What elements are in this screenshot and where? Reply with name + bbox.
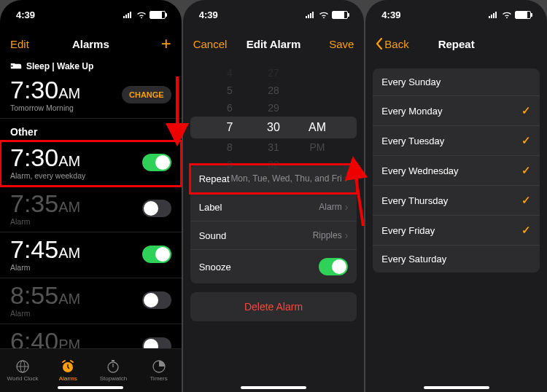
chevron-right-icon: ›: [345, 230, 349, 241]
status-time: 4:39: [199, 9, 218, 20]
alarm-row[interactable]: 7:45AM Alarm: [0, 232, 182, 278]
label-cell[interactable]: Label Alarm›: [190, 193, 357, 222]
status-time: 4:39: [381, 9, 400, 20]
alarm-row[interactable]: 7:35AM Alarm: [0, 187, 182, 232]
svg-rect-13: [308, 15, 309, 18]
save-button[interactable]: Save: [300, 38, 354, 50]
alarm-time: 8:55: [10, 281, 58, 309]
sleep-header-label: Sleep | Wake Up: [26, 61, 93, 71]
home-indicator[interactable]: [58, 386, 123, 389]
day-cell[interactable]: Every Friday✓: [373, 216, 540, 246]
sleep-alarm-row[interactable]: 7:30AM Tomorrow Morning CHANGE: [0, 73, 182, 119]
battery-icon: [332, 11, 348, 19]
day-cell[interactable]: Every Saturday: [373, 246, 540, 273]
nav-bar: Cancel Edit Alarm Save: [183, 29, 365, 58]
settings-group: Repeat Mon, Tue, Wed, Thu, and Fri› Labe…: [190, 165, 357, 283]
alarm-time: 7:45: [10, 235, 58, 263]
tab-label: Timers: [150, 375, 168, 382]
tab-world-clock[interactable]: World Clock: [0, 349, 45, 392]
sleep-ampm: AM: [58, 85, 80, 101]
edit-button[interactable]: Edit: [10, 38, 72, 50]
status-bar: 4:39: [365, 0, 547, 29]
snooze-cell: Snooze: [190, 250, 357, 283]
alarm-ampm: PM: [58, 337, 80, 348]
alarm-subtitle: Alarm: [10, 217, 80, 226]
change-button[interactable]: CHANGE: [122, 86, 171, 103]
day-cell[interactable]: Every Monday✓: [373, 96, 540, 126]
alarm-row[interactable]: 8:55AM Alarm: [0, 278, 182, 324]
snooze-toggle[interactable]: [319, 258, 348, 275]
svg-rect-3: [130, 12, 131, 18]
alarm-row[interactable]: 7:30AM Alarm, every weekday: [0, 141, 182, 187]
timer-icon: [152, 359, 166, 374]
sound-cell[interactable]: Sound Ripples›: [190, 222, 357, 250]
alarm-time: 7:30: [10, 144, 58, 171]
delete-alarm-button[interactable]: Delete Alarm: [190, 292, 357, 321]
tab-label: Alarms: [59, 375, 77, 382]
day-label: Every Thursday: [381, 195, 448, 206]
day-cell[interactable]: Every Sunday: [373, 68, 540, 96]
alarm-toggle[interactable]: [142, 337, 171, 348]
status-bar: 4:39: [0, 0, 182, 29]
day-cell[interactable]: Every Thursday✓: [373, 186, 540, 216]
day-cell[interactable]: Every Wednesday✓: [373, 156, 540, 186]
alarm-toggle[interactable]: [142, 246, 171, 263]
check-icon: ✓: [521, 194, 531, 207]
tab-label: Stopwatch: [100, 375, 127, 382]
cell-label: Snooze: [199, 262, 231, 273]
tab-bar: World Clock Alarms Stopwatch Timers: [0, 348, 182, 392]
alarm-icon: [61, 359, 75, 374]
signal-icon: [123, 11, 133, 18]
sound-value: Ripples: [313, 230, 342, 240]
screen-edit-alarm: 4:39 Cancel Edit Alarm Save 427 528 629 …: [183, 0, 365, 392]
check-icon: ✓: [521, 164, 531, 177]
svg-rect-12: [306, 16, 307, 18]
picker-selected-row: 730AM: [190, 117, 357, 138]
day-label: Every Tuesday: [381, 136, 444, 146]
battery-icon: [515, 11, 531, 19]
tab-timers[interactable]: Timers: [136, 349, 182, 392]
screen-alarms-list: 4:39 Edit Alarms + Sleep | Wake Up 7:30A…: [0, 0, 182, 392]
page-title: Edit Alarm: [247, 38, 300, 50]
svg-rect-19: [495, 12, 497, 18]
signal-icon: [489, 11, 499, 18]
tab-label: World Clock: [7, 375, 39, 382]
wifi-icon: [136, 11, 147, 18]
battery-icon: [150, 11, 166, 19]
time-picker[interactable]: 427 528 629 730AM 831PM 932: [183, 64, 365, 159]
sleep-time: 7:30: [10, 76, 58, 103]
alarm-row[interactable]: 6:40PM Milk, every day: [0, 324, 182, 348]
day-label: Every Monday: [381, 106, 442, 117]
back-button[interactable]: Back: [376, 38, 438, 50]
status-indicators: [123, 11, 166, 19]
alarm-toggle[interactable]: [142, 154, 171, 171]
status-time: 4:39: [16, 9, 35, 20]
home-indicator[interactable]: [241, 386, 306, 389]
svg-rect-9: [112, 360, 115, 361]
wifi-icon: [319, 11, 329, 18]
stopwatch-icon: [106, 359, 120, 374]
plus-icon: +: [161, 34, 171, 53]
chevron-right-icon: ›: [345, 201, 349, 213]
alarm-toggle[interactable]: [142, 200, 171, 217]
svg-rect-1: [125, 15, 127, 18]
status-bar: 4:39: [183, 0, 365, 29]
day-label: Every Saturday: [381, 254, 446, 264]
add-alarm-button[interactable]: +: [109, 35, 171, 52]
status-indicators: [306, 11, 348, 19]
alarm-toggle[interactable]: [142, 291, 171, 309]
alarm-ampm: AM: [58, 199, 80, 215]
check-icon: ✓: [521, 224, 531, 237]
globe-icon: [15, 359, 30, 374]
nav-bar: Edit Alarms +: [0, 29, 182, 58]
svg-rect-16: [489, 16, 490, 18]
label-value: Alarm: [319, 202, 341, 212]
day-cell[interactable]: Every Tuesday✓: [373, 126, 540, 156]
home-indicator[interactable]: [424, 386, 489, 389]
svg-rect-18: [493, 13, 494, 18]
svg-rect-0: [123, 16, 125, 18]
cancel-button[interactable]: Cancel: [193, 38, 247, 50]
sleep-subtitle: Tomorrow Morning: [10, 103, 80, 112]
sleep-section-header: Sleep | Wake Up: [0, 58, 182, 73]
alarm-list[interactable]: Sleep | Wake Up 7:30AM Tomorrow Morning …: [0, 58, 182, 348]
